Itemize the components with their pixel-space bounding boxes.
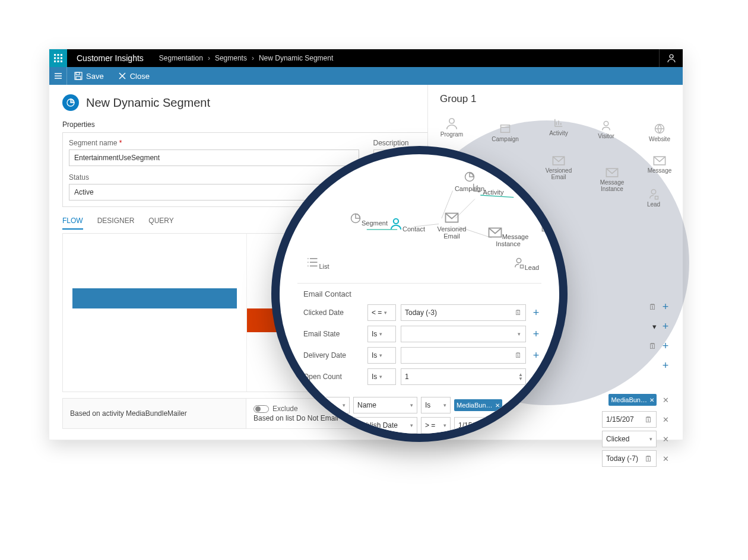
tab-query[interactable]: QUERY	[148, 217, 173, 230]
node-contact[interactable]: Contact	[386, 217, 428, 233]
operator-select[interactable]: < =▾	[367, 304, 396, 321]
status-label: Status	[69, 173, 359, 182]
node-activity[interactable]: Activity	[541, 117, 576, 136]
breadcrumb: Segmentation › Segments › New Dynamic Se…	[153, 54, 333, 62]
save-button[interactable]: Save	[67, 72, 111, 81]
close-icon	[118, 72, 126, 80]
node-message-instance[interactable]: Message Instance	[487, 227, 529, 247]
tab-designer[interactable]: DESIGNER	[97, 217, 135, 230]
query-row: Activity▾ Name▾ Is▾ MediaBun…✕	[303, 397, 541, 413]
breadcrumb-item[interactable]: New Dynamic Segment	[259, 54, 333, 62]
hamburger-icon	[54, 72, 62, 80]
number-stepper[interactable]: ▲▼	[518, 373, 523, 381]
svg-rect-8	[61, 61, 62, 62]
close-label: Close	[130, 72, 150, 81]
filter-row-clicked-date: Clicked Date < =▾ Today (-3)🗓 +	[297, 304, 541, 321]
svg-rect-6	[54, 61, 56, 62]
close-icon[interactable]: ✕	[495, 402, 500, 409]
add-button[interactable]: +	[531, 328, 541, 341]
magnified-graph[interactable]: Campaign Activity Visitor Segment Contac…	[297, 165, 541, 284]
node-segment[interactable]: Segment	[348, 212, 389, 227]
value-input[interactable]: Today (-3)🗓	[401, 304, 526, 321]
value-input[interactable]: 🗓	[401, 347, 526, 364]
media-bundle-tag[interactable]: MediaBun…✕	[608, 394, 657, 406]
remove-button[interactable]: ✕	[660, 435, 671, 444]
node-campaign[interactable]: Campaign	[487, 123, 523, 142]
svg-point-26	[394, 219, 398, 224]
remove-button[interactable]: ✕	[660, 396, 671, 405]
add-button[interactable]: +	[531, 307, 541, 319]
svg-rect-5	[61, 57, 62, 59]
svg-point-9	[670, 55, 673, 58]
breadcrumb-item[interactable]: Segmentation	[159, 54, 203, 62]
page-title: New Dynamic Segment	[86, 96, 210, 110]
chevron-right-icon: ›	[208, 54, 210, 62]
add-button[interactable]: +	[660, 359, 671, 372]
app-title: Customer Insights	[67, 53, 153, 63]
save-icon	[74, 72, 83, 80]
svg-rect-1	[57, 54, 59, 56]
node-website[interactable]: Website	[642, 123, 677, 142]
add-button[interactable]: +	[660, 301, 671, 313]
node-message[interactable]: Message	[642, 155, 677, 174]
svg-rect-7	[57, 61, 59, 62]
svg-point-30	[516, 259, 521, 263]
operator-select[interactable]: Is▾	[367, 368, 396, 385]
operator-select[interactable]: > =▾	[421, 417, 451, 434]
remove-button[interactable]: ✕	[660, 454, 671, 463]
node-versioned-email[interactable]: Versioned Email	[541, 155, 576, 180]
flow-bar-blue	[72, 288, 237, 308]
filter-value[interactable]: 1/15/207🗓	[602, 411, 657, 428]
close-button[interactable]: Close	[111, 72, 157, 81]
svg-rect-12	[76, 77, 81, 79]
app-launcher-button[interactable]	[49, 49, 67, 67]
chevron-right-icon: ›	[252, 54, 254, 62]
attribute-select[interactable]: Name▾	[353, 397, 417, 413]
segment-icon	[62, 94, 79, 111]
email-contact-title: Email Contact	[303, 289, 541, 298]
value-tag[interactable]: MediaBun…✕	[454, 399, 502, 411]
remove-button[interactable]: ✕	[660, 415, 671, 424]
calendar-icon[interactable]: 🗓	[515, 351, 522, 359]
chevron-down-icon: ▾	[652, 322, 657, 331]
node-program[interactable]: Program	[434, 117, 470, 138]
node-message-instance[interactable]: Message Instance	[594, 167, 630, 192]
tab-flow[interactable]: FLOW	[62, 217, 83, 230]
node-lead[interactable]: Lead	[636, 188, 671, 208]
svg-rect-31	[520, 265, 523, 268]
waffle-icon	[54, 54, 62, 62]
svg-point-14	[449, 119, 454, 123]
node-visitor[interactable]: Visitor	[588, 120, 624, 139]
value-select[interactable]: ▾	[401, 326, 526, 342]
calendar-icon: 🗓	[649, 342, 657, 351]
group-title: Group 1	[440, 93, 671, 105]
breadcrumb-item[interactable]: Segments	[215, 54, 247, 62]
summary-activity[interactable]: Based on activity MediaBundleMailer	[62, 398, 246, 429]
svg-rect-4	[57, 57, 59, 59]
filter-value[interactable]: Today (-7)🗓	[602, 450, 657, 467]
filter-row-open-count: Open Count Is▾ 1▲▼ +	[297, 368, 541, 385]
node-activity[interactable]: Activity	[467, 182, 508, 196]
filter-value[interactable]: Clicked▾	[602, 431, 657, 447]
calendar-icon[interactable]: 🗓	[515, 308, 522, 317]
save-label: Save	[86, 72, 104, 81]
add-button[interactable]: +	[660, 340, 671, 352]
segment-name-label: Segment name *	[69, 139, 359, 147]
operator-select[interactable]: Is▾	[367, 326, 396, 342]
svg-rect-11	[76, 72, 80, 75]
operator-select[interactable]: Is▾	[421, 397, 451, 413]
calendar-icon: 🗓	[649, 303, 657, 311]
user-menu-button[interactable]	[659, 49, 683, 67]
nav-toggle-button[interactable]	[49, 67, 67, 85]
close-icon[interactable]: ✕	[649, 397, 654, 403]
add-button[interactable]: +	[531, 349, 541, 362]
segment-name-input[interactable]: EntertainmentUseSegment	[69, 149, 359, 166]
node-list[interactable]: List	[297, 257, 339, 270]
operator-select[interactable]: Is▾	[367, 347, 396, 364]
node-lead[interactable]: Lead	[505, 257, 547, 271]
svg-rect-0	[54, 54, 56, 56]
filter-row-delivery-date: Delivery Date Is▾ 🗓 +	[297, 347, 541, 364]
add-button[interactable]: +	[660, 320, 671, 333]
value-input[interactable]: 1▲▼	[401, 368, 526, 385]
node-versioned-email[interactable]: Versioned Email	[431, 212, 473, 240]
